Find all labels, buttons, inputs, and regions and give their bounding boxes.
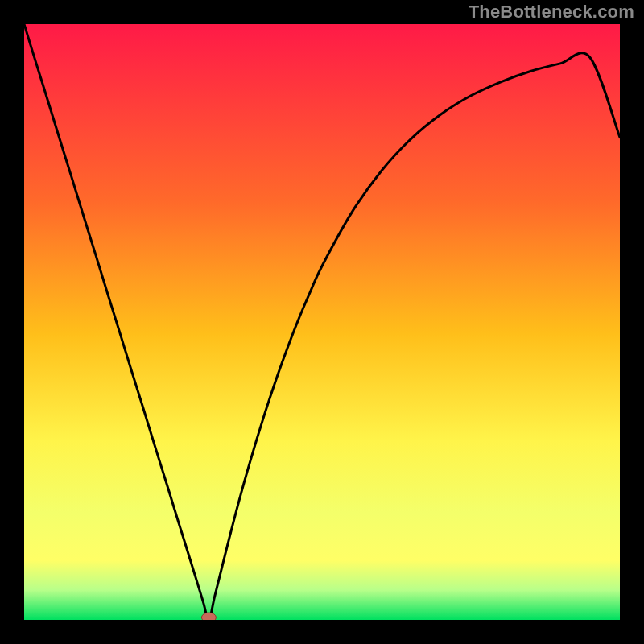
gradient-background [24,24,620,620]
watermark-text: TheBottleneck.com [469,2,634,23]
chart-frame: TheBottleneck.com [0,0,644,644]
bottleneck-plot [24,24,620,620]
minimum-marker [201,613,216,620]
plot-svg [24,24,620,620]
